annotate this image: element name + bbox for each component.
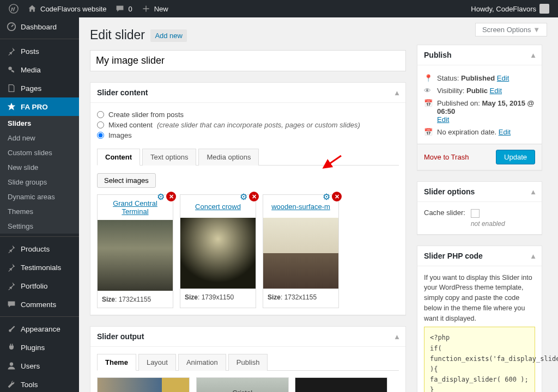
radio-posts[interactable]: Create slider from posts	[97, 109, 399, 120]
cache-checkbox[interactable]	[471, 209, 480, 218]
cache-label: Cache slider:	[424, 209, 465, 217]
tab-publish[interactable]: Publish	[228, 354, 268, 371]
radio-images[interactable]: Images	[97, 130, 399, 140]
delete-icon[interactable]: ✕	[166, 192, 176, 201]
calendar-icon: 📅	[424, 99, 433, 107]
site-name: CodeFlavors website	[40, 5, 106, 13]
tab-layout[interactable]: Layout	[138, 354, 176, 371]
toggle-icon[interactable]: ▴	[531, 252, 535, 260]
edit-status-link[interactable]: Edit	[497, 74, 509, 82]
toggle-icon[interactable]: ▴	[531, 51, 535, 59]
comment-icon	[115, 4, 125, 14]
slide-card[interactable]: ⚙✕ Grand Central Terminal Size: 1732x115…	[97, 194, 173, 308]
plus-icon	[141, 4, 151, 14]
toggle-icon[interactable]: ▴	[531, 187, 535, 196]
tab-animation[interactable]: Animation	[178, 354, 226, 371]
menu-fa-pro[interactable]: FA PRO	[0, 97, 79, 116]
howdy-link[interactable]: Howdy, CodeFlavors	[466, 4, 554, 14]
gear-icon[interactable]: ⚙	[240, 192, 247, 202]
move-to-trash-link[interactable]: Move to Trash	[424, 153, 469, 161]
tab-theme[interactable]: Theme	[97, 354, 136, 371]
slide-title-link[interactable]: Concert crowd	[195, 203, 241, 211]
tab-media-options[interactable]: Media options	[198, 149, 259, 166]
eye-icon: 👁	[424, 87, 433, 95]
slide-size: Size: 1739x1150	[180, 289, 256, 305]
theme-thumbnail[interactable]	[295, 377, 387, 392]
publish-header: Publish▴	[417, 45, 542, 65]
pin-icon	[7, 262, 16, 272]
wrench-icon	[7, 379, 16, 389]
menu-media[interactable]: Media	[0, 60, 79, 79]
page-icon	[7, 83, 16, 93]
submenu-addnew[interactable]: Add new	[0, 131, 79, 145]
submenu-themes[interactable]: Themes	[0, 204, 79, 219]
site-link[interactable]: CodeFlavors website	[23, 4, 111, 14]
edit-visibility-link[interactable]: Edit	[490, 87, 502, 95]
theme-thumbnail[interactable]	[97, 377, 190, 392]
toggle-icon[interactable]: ▴	[395, 332, 399, 341]
theme-thumbnail[interactable]: CristalFull background image slider	[196, 377, 289, 392]
svg-point-3	[10, 363, 13, 366]
pin-icon	[7, 244, 16, 254]
select-images-button[interactable]: Select images	[97, 173, 156, 188]
gear-icon[interactable]: ⚙	[323, 192, 330, 202]
menu-tools[interactable]: Tools	[0, 375, 79, 392]
calendar-icon: 📅	[424, 128, 433, 136]
svg-point-2	[8, 66, 11, 70]
new-link[interactable]: New	[137, 4, 173, 14]
menu-appearance[interactable]: Appearance	[0, 320, 79, 338]
submenu-newslide[interactable]: New slide	[0, 160, 79, 175]
slider-options-header: Slider options▴	[417, 182, 542, 202]
key-icon: 📍	[424, 74, 433, 82]
submenu-settings[interactable]: Settings	[0, 219, 79, 234]
screen-options-button[interactable]: Screen Options ▼	[475, 23, 547, 36]
submenu-groups[interactable]: Slide groups	[0, 175, 79, 189]
comment-icon	[7, 299, 16, 309]
php-code-block[interactable]: <?phpif( function_exists('fa_display_sli…	[424, 327, 535, 392]
media-icon	[7, 65, 16, 75]
pin-icon	[7, 281, 16, 291]
menu-posts[interactable]: Posts	[0, 42, 79, 60]
slider-title-input[interactable]	[90, 50, 406, 71]
wp-logo[interactable]	[4, 4, 23, 14]
menu-portfolio[interactable]: Portfolio	[0, 277, 79, 295]
comments-link[interactable]: 0	[111, 4, 136, 14]
brush-icon	[7, 324, 16, 334]
plug-icon	[7, 342, 16, 352]
php-code-header: Slider PHP code▴	[417, 246, 542, 266]
slide-card[interactable]: ⚙✕ Concert crowd Size: 1739x1150	[180, 194, 256, 308]
avatar	[539, 4, 549, 14]
add-new-button[interactable]: Add new	[150, 29, 187, 42]
slide-title-link[interactable]: wooden-surface-m	[271, 203, 330, 211]
delete-icon[interactable]: ✕	[249, 192, 259, 201]
slide-thumbnail	[98, 220, 173, 291]
submenu-sliders[interactable]: Sliders	[0, 116, 79, 131]
menu-pages[interactable]: Pages	[0, 79, 79, 97]
slide-size: Size: 1732x1155	[98, 291, 173, 308]
menu-products[interactable]: Products	[0, 240, 79, 258]
cache-note: not enabled	[471, 220, 505, 228]
slider-output-header: Slider output▴	[90, 327, 405, 347]
edit-date-link[interactable]: Edit	[437, 115, 449, 124]
update-button[interactable]: Update	[496, 150, 535, 164]
tab-content[interactable]: Content	[97, 149, 140, 166]
radio-mixed[interactable]: Mixed content (create slider that can in…	[97, 120, 399, 130]
gear-icon[interactable]: ⚙	[157, 192, 165, 202]
menu-comments[interactable]: Comments	[0, 295, 79, 314]
php-intro: If you want to display this Slider into …	[424, 273, 535, 324]
menu-testimonials[interactable]: Testimonials	[0, 258, 79, 277]
menu-dashboard[interactable]: Dashboard	[0, 17, 79, 36]
menu-users[interactable]: Users	[0, 357, 79, 375]
star-icon	[7, 102, 16, 112]
submenu-custom[interactable]: Custom slides	[0, 145, 79, 160]
submenu-dynamic[interactable]: Dynamic areas	[0, 189, 79, 204]
delete-icon[interactable]: ✕	[332, 192, 342, 201]
slider-content-header: Slider content▴	[90, 83, 405, 103]
toggle-icon[interactable]: ▴	[395, 88, 399, 97]
chevron-down-icon: ▼	[533, 26, 540, 34]
slide-card[interactable]: ⚙✕ wooden-surface-m Size: 1732x1155	[263, 194, 339, 308]
wordpress-icon	[9, 4, 19, 14]
menu-plugins[interactable]: Plugins	[0, 338, 79, 357]
tab-text-options[interactable]: Text options	[142, 149, 196, 166]
edit-expiration-link[interactable]: Edit	[499, 128, 511, 136]
